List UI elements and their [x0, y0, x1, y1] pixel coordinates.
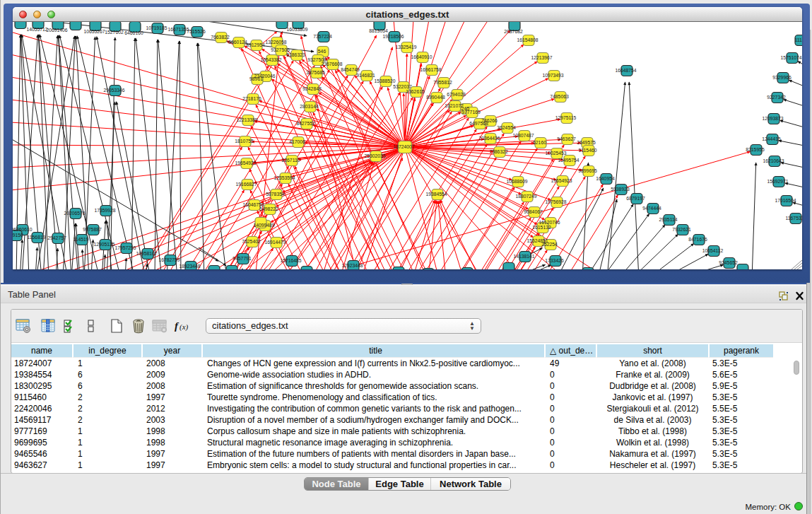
svg-text:7932621: 7932621 [672, 227, 691, 232]
svg-text:7485063: 7485063 [550, 94, 569, 99]
svg-text:12213389: 12213389 [236, 117, 257, 122]
svg-text:10688609: 10688609 [506, 179, 527, 184]
svg-text:29053346: 29053346 [103, 88, 124, 93]
svg-text:9474444: 9474444 [642, 206, 661, 211]
svg-text:2803144: 2803144 [300, 104, 319, 109]
svg-text:20364436: 20364436 [478, 136, 500, 141]
svg-text:12353594: 12353594 [273, 175, 295, 180]
svg-text:8215955: 8215955 [746, 147, 765, 152]
svg-text:20691406: 20691406 [46, 28, 67, 33]
svg-text:15716485: 15716485 [280, 258, 301, 263]
svg-text:18923448: 18923448 [179, 264, 200, 269]
svg-text:19218506: 19218506 [382, 34, 404, 39]
svg-text:17359928: 17359928 [94, 208, 115, 213]
svg-text:5498222: 5498222 [259, 206, 278, 211]
svg-text:12093873: 12093873 [762, 116, 783, 121]
svg-text:9084067: 9084067 [524, 209, 543, 214]
svg-text:1640954: 1640954 [596, 176, 615, 181]
svg-text:9242848: 9242848 [302, 86, 322, 91]
svg-text:2087682: 2087682 [504, 29, 523, 34]
svg-text:62160: 62160 [533, 140, 546, 145]
svg-text:1167533: 1167533 [786, 216, 802, 221]
svg-text:10807487: 10807487 [512, 133, 534, 138]
svg-text:252254: 252254 [541, 242, 558, 247]
svg-text:8471676: 8471676 [688, 237, 707, 242]
svg-text:1156819: 1156819 [28, 235, 46, 240]
svg-text:2935114: 2935114 [659, 217, 678, 222]
svg-text:12975115: 12975115 [555, 115, 577, 120]
svg-text:6879197: 6879197 [626, 196, 645, 201]
svg-text:10654112: 10654112 [702, 248, 724, 253]
svg-text:2718176: 2718176 [242, 96, 261, 101]
svg-text:8427552: 8427552 [296, 121, 315, 126]
svg-text:9245652: 9245652 [719, 260, 738, 265]
svg-text:5938923: 5938923 [611, 187, 630, 192]
svg-text:19756928: 19756928 [545, 199, 566, 204]
svg-text:16640910: 16640910 [411, 54, 432, 59]
svg-text:19384554: 19384554 [425, 192, 447, 197]
svg-text:9457791: 9457791 [233, 256, 252, 261]
svg-text:9146821: 9146821 [356, 73, 375, 78]
svg-text:3624554: 3624554 [497, 125, 516, 130]
svg-text:7955812: 7955812 [433, 80, 452, 85]
svg-text:3875685: 3875685 [306, 70, 325, 75]
svg-text:139150: 139150 [13, 233, 23, 238]
svg-text:98961: 98961 [249, 76, 263, 81]
svg-text:5322037: 5322037 [393, 84, 412, 89]
svg-text:8912954: 8912954 [246, 42, 265, 47]
svg-text:10025453: 10025453 [545, 151, 566, 156]
svg-text:19654925: 19654925 [235, 160, 256, 165]
svg-text:10958107: 10958107 [136, 251, 157, 256]
svg-text:16648754: 16648754 [615, 68, 636, 73]
svg-text:8813054: 8813054 [369, 28, 388, 33]
svg-text:8660124: 8660124 [228, 40, 247, 45]
svg-text:16782759: 16782759 [158, 257, 180, 262]
svg-text:18724007: 18724007 [393, 144, 414, 149]
svg-text:18807249: 18807249 [515, 194, 536, 199]
svg-text:1112: 1112 [794, 37, 802, 42]
svg-text:19166827: 19166827 [235, 182, 257, 187]
svg-text:9777169: 9777169 [461, 110, 481, 115]
svg-text:16120746: 16120746 [539, 220, 560, 225]
svg-text:23676608: 23676608 [321, 62, 342, 66]
svg-text:6794028: 6794028 [447, 92, 466, 97]
svg-text:2942757: 2942757 [47, 235, 66, 240]
svg-text:7663822: 7663822 [211, 35, 230, 40]
svg-text:9899695: 9899695 [578, 168, 597, 173]
svg-text:16033809: 16033809 [286, 27, 307, 32]
svg-text:8454749: 8454749 [341, 67, 360, 72]
svg-text:7625402: 7625402 [242, 239, 261, 244]
svg-text:10719185: 10719185 [146, 25, 167, 30]
svg-text:15495754: 15495754 [558, 158, 579, 163]
svg-text:417006: 417006 [289, 139, 305, 144]
svg-text:114519: 114519 [73, 237, 88, 242]
svg-text:13226058: 13226058 [265, 40, 286, 45]
svg-text:16671355: 16671355 [167, 27, 189, 32]
svg-text:1244415: 1244415 [762, 136, 781, 141]
svg-text:1810755: 1810755 [235, 139, 254, 144]
svg-text:f: f [175, 320, 180, 332]
svg-text:16543382: 16543382 [260, 57, 281, 62]
svg-text:16210643: 16210643 [763, 158, 784, 163]
svg-text:16914479: 16914479 [264, 240, 286, 245]
svg-text:19654923: 19654923 [551, 178, 572, 183]
svg-text:(x): (x) [180, 322, 189, 332]
svg-text:15751074: 15751074 [780, 55, 801, 60]
svg-text:746266: 746266 [481, 118, 498, 123]
svg-text:20206576: 20206576 [64, 211, 85, 216]
svg-text:7357224: 7357224 [313, 34, 332, 39]
svg-text:8267110: 8267110 [282, 158, 300, 163]
svg-text:8186323: 8186323 [286, 52, 305, 57]
svg-text:8990448: 8990448 [426, 95, 445, 100]
svg-text:1362615: 1362615 [406, 89, 425, 94]
svg-text:9975887: 9975887 [83, 227, 102, 232]
svg-text:10655267: 10655267 [83, 29, 105, 34]
svg-text:9227342: 9227342 [767, 95, 786, 100]
svg-text:546: 546 [318, 49, 326, 54]
svg-text:9329966: 9329966 [772, 75, 792, 80]
svg-text:10973493: 10973493 [542, 73, 563, 78]
svg-text:16961758: 16961758 [420, 67, 441, 72]
svg-text:12213967: 12213967 [531, 55, 552, 60]
svg-text:12905135: 12905135 [93, 242, 114, 247]
svg-text:7986322: 7986322 [489, 149, 508, 154]
